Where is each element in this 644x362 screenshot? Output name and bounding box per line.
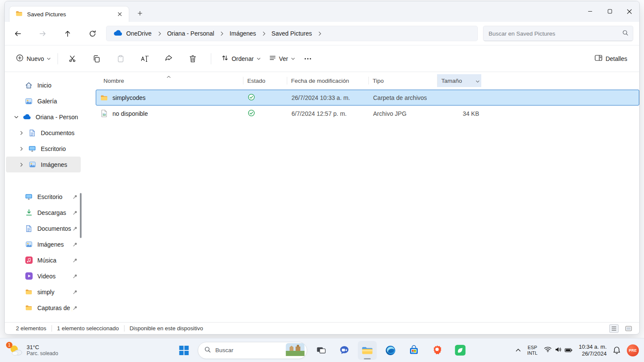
- pin-icon: [72, 226, 78, 232]
- desktop: Saved Pictures: [0, 0, 644, 362]
- thumbnail-view-toggle[interactable]: [624, 324, 633, 333]
- sidebar-item-inicio[interactable]: Inicio: [6, 77, 81, 93]
- chevron-down-icon[interactable]: [13, 114, 19, 120]
- column-header-estado[interactable]: Estado: [243, 74, 287, 87]
- downloads-icon: [24, 208, 33, 217]
- microsoft-store-icon[interactable]: [404, 341, 423, 360]
- sidebar-item-imagenes[interactable]: Imágenes: [6, 236, 81, 252]
- new-plus-icon: [16, 54, 24, 63]
- maximize-button[interactable]: [600, 1, 620, 21]
- breadcrumb-item-personal[interactable]: Oriana - Personal: [164, 29, 218, 38]
- sidebar-item-imagenes-tree[interactable]: Imágenes: [6, 157, 81, 172]
- weather-widget[interactable]: 1 31°C Parc. soleado: [4, 338, 61, 362]
- back-button[interactable]: [10, 26, 25, 41]
- column-header-tipo[interactable]: Tipo: [368, 74, 437, 87]
- sidebar-item-label: Documentos: [41, 130, 78, 136]
- rename-button[interactable]: [136, 50, 153, 67]
- column-header-fecha[interactable]: Fecha de modificación: [287, 74, 368, 87]
- chevron-down-icon[interactable]: [476, 78, 480, 84]
- minimize-button[interactable]: [580, 1, 600, 21]
- details-pane-button[interactable]: Detalles: [590, 50, 632, 67]
- sidebar-item-galeria[interactable]: Galería: [6, 93, 81, 109]
- language-indicator[interactable]: ESP INTL: [527, 345, 538, 356]
- breadcrumb-chevron-icon[interactable]: [316, 30, 323, 37]
- file-explorer-icon[interactable]: [358, 341, 377, 360]
- sidebar-item-documentos[interactable]: Documentos: [6, 220, 81, 236]
- task-view-button[interactable]: [312, 341, 331, 360]
- view-button[interactable]: Ver: [265, 50, 299, 67]
- more-options-button[interactable]: [299, 50, 316, 67]
- taskbar-search-button[interactable]: Buscar: [198, 342, 307, 359]
- file-name: simplycodes: [112, 94, 146, 101]
- sidebar-item-descargas[interactable]: Descargas: [6, 205, 81, 220]
- copy-button[interactable]: [88, 50, 105, 67]
- breadcrumb-chevron-icon[interactable]: [260, 30, 267, 37]
- file-name-cell: simplycodes: [96, 94, 243, 102]
- start-button[interactable]: [175, 341, 194, 360]
- up-button[interactable]: [60, 26, 75, 41]
- brave-browser-icon[interactable]: [428, 341, 447, 360]
- search-input[interactable]: [489, 30, 622, 37]
- forward-button[interactable]: [35, 26, 50, 41]
- close-button[interactable]: [620, 1, 639, 21]
- image-file-icon: [100, 109, 108, 118]
- sort-button[interactable]: Ordenar: [217, 50, 264, 67]
- network-volume-battery-group[interactable]: [542, 344, 574, 356]
- tray-app-badge[interactable]: PRE: [627, 344, 639, 356]
- file-row-no-disponible[interactable]: no disponible 6/7/2024 12:57 p. m. Archi…: [96, 106, 639, 121]
- file-type: Archivo JPG: [369, 110, 437, 117]
- delete-button[interactable]: [184, 50, 201, 67]
- show-hidden-icons-chevron[interactable]: [514, 347, 522, 353]
- paste-button[interactable]: [112, 50, 129, 67]
- breadcrumb-chevron-icon[interactable]: [156, 30, 163, 37]
- breadcrumb-item-imagenes[interactable]: Imágenes: [226, 29, 259, 38]
- sidebar-item-label: Galería: [37, 98, 78, 105]
- chevron-right-icon[interactable]: [18, 162, 24, 168]
- new-button[interactable]: Nuevo: [12, 50, 55, 67]
- taskbar: 1 31°C Parc. soleado Buscar: [0, 338, 644, 362]
- pin-icon: [72, 289, 78, 295]
- wifi-icon: [544, 346, 552, 354]
- file-row-simplycodes[interactable]: simplycodes 26/7/2024 10:33 a. m. Carpet…: [96, 90, 639, 106]
- tab-close-icon[interactable]: [114, 9, 125, 20]
- breadcrumb-item-onedrive[interactable]: OneDrive: [110, 29, 155, 39]
- documents-icon: [24, 224, 33, 233]
- sidebar-item-simply[interactable]: simply: [6, 284, 81, 300]
- chevron-right-icon[interactable]: [18, 130, 24, 136]
- sidebar-item-capturas[interactable]: Capturas de p: [6, 300, 81, 316]
- notification-bell-icon[interactable]: [611, 344, 622, 356]
- clock[interactable]: 10:34 a. m. 26/7/2024: [579, 344, 607, 357]
- sidebar-item-videos[interactable]: Videos: [6, 268, 81, 284]
- language-code: ESP: [528, 345, 537, 350]
- tab-title: Saved Pictures: [27, 11, 110, 18]
- search-highlight-image[interactable]: [286, 343, 305, 358]
- onedrive-cloud-icon: [23, 113, 31, 121]
- teams-chat-icon[interactable]: [335, 341, 354, 360]
- breadcrumb-chevron-icon[interactable]: [219, 30, 225, 37]
- breadcrumb-item-saved-pictures[interactable]: Saved Pictures: [268, 29, 315, 38]
- details-view-toggle[interactable]: [609, 324, 619, 333]
- pin-icon: [72, 210, 78, 216]
- edge-browser-icon[interactable]: [381, 341, 400, 360]
- sidebar-item-escritorio[interactable]: Escritorio: [6, 189, 81, 205]
- column-header-nombre[interactable]: Nombre: [96, 74, 243, 87]
- refresh-button[interactable]: [85, 26, 100, 41]
- synced-check-icon: [248, 111, 255, 118]
- sidebar-item-label: simply: [37, 289, 72, 296]
- sidebar-item-musica[interactable]: Música: [6, 252, 81, 268]
- view-list-icon: [269, 54, 276, 63]
- column-label: Fecha de modificación: [291, 78, 349, 84]
- cut-button[interactable]: [64, 50, 81, 67]
- green-app-icon[interactable]: [451, 341, 470, 360]
- new-tab-button[interactable]: [133, 6, 147, 21]
- gallery-icon: [24, 97, 33, 106]
- search-icon[interactable]: [622, 30, 629, 38]
- sidebar-item-escritorio-tree[interactable]: Escritorio: [6, 141, 81, 157]
- chevron-right-icon[interactable]: [18, 146, 24, 152]
- column-header-tamano[interactable]: Tamaño: [437, 74, 481, 87]
- sidebar-item-documentos-tree[interactable]: Documentos: [6, 125, 81, 141]
- share-button[interactable]: [160, 50, 177, 67]
- explorer-tab[interactable]: Saved Pictures: [9, 6, 129, 22]
- sidebar-item-onedrive[interactable]: Oriana - Persona: [6, 109, 81, 125]
- sidebar-scrollbar[interactable]: [80, 193, 82, 238]
